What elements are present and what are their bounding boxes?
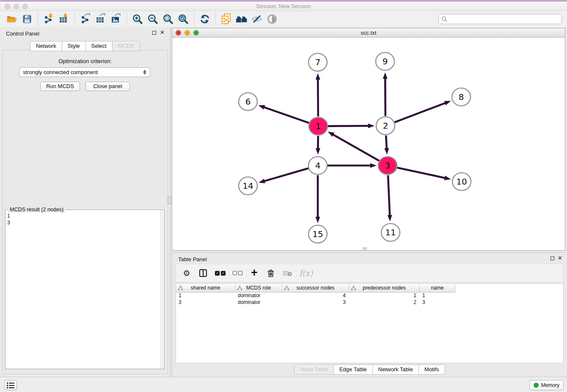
table-cell[interactable]: 1	[176, 293, 235, 299]
table-cell[interactable]: 3	[282, 299, 349, 306]
graph-edge-1-7[interactable]	[318, 79, 318, 116]
zoom-out-button[interactable]	[145, 11, 160, 27]
graph-node-9[interactable]: 9	[376, 52, 394, 70]
graph-node-4[interactable]: 4	[308, 157, 327, 174]
column-header-name[interactable]: name	[420, 284, 455, 293]
graph-node-14[interactable]: 14	[239, 177, 257, 195]
graph-edge-2-9[interactable]	[385, 78, 385, 116]
export-table-icon	[96, 13, 106, 25]
tab-style[interactable]: Style	[62, 41, 86, 51]
mcds-result-group: MCDS result (2 nodes) 13	[5, 210, 165, 369]
export-network-button[interactable]	[78, 11, 93, 27]
zoom-selected-button[interactable]	[176, 11, 191, 27]
table-cell[interactable]: 2	[349, 299, 420, 306]
table-options-button[interactable]: ⚙	[182, 268, 191, 279]
graph-edge-3-10[interactable]	[397, 168, 445, 178]
hide-selected-button[interactable]	[249, 11, 264, 27]
graph-node-3[interactable]: 3	[378, 157, 397, 174]
import-network-icon	[44, 13, 54, 25]
export-table-button[interactable]	[93, 11, 108, 27]
export-image-button[interactable]	[108, 11, 124, 27]
select-all-button[interactable]: ✓ ✓	[215, 268, 226, 279]
canvas-scrollbar-thumb[interactable]	[363, 247, 367, 250]
tab-edge-table[interactable]: Edge Table	[334, 364, 373, 375]
function-builder-button[interactable]: f(x)	[299, 268, 313, 279]
close-table-panel-icon[interactable]: ✕	[558, 255, 562, 261]
open-session-button[interactable]	[4, 11, 19, 27]
mcds-result-list[interactable]: 13	[7, 213, 159, 226]
deselect-all-button[interactable]	[233, 268, 242, 279]
table-cell[interactable]: 3	[176, 299, 235, 306]
tab-motifs[interactable]: Motifs	[419, 364, 445, 375]
clone-network-icon	[221, 14, 231, 25]
panel-splitter-handle[interactable]	[168, 196, 171, 204]
zoom-fit-button[interactable]	[160, 11, 176, 27]
table-cell[interactable]: 3	[420, 299, 455, 306]
open-folder-icon	[7, 15, 17, 23]
column-header-successor-nodes[interactable]: successor nodes	[282, 284, 349, 293]
edge-arrowhead-icon	[444, 101, 451, 105]
refresh-layout-button[interactable]	[197, 11, 212, 27]
network-window-titlebar[interactable]: ✕ − + scc.txt	[172, 28, 565, 38]
tab-network-table[interactable]: Network Table	[373, 364, 419, 375]
checked-box-icon: ✓	[215, 271, 220, 276]
column-type-icon	[237, 286, 242, 290]
tab-select[interactable]: Select	[86, 41, 113, 51]
graph-edge-2-8[interactable]	[395, 103, 446, 122]
graph-edge-3-1[interactable]	[333, 134, 379, 160]
result-scrollbar[interactable]	[160, 210, 164, 368]
delete-table-button[interactable]	[283, 268, 292, 279]
clone-network-button[interactable]	[219, 11, 234, 27]
save-session-button[interactable]	[19, 11, 35, 27]
table-cell[interactable]: dominator	[235, 293, 282, 299]
table-row[interactable]: 1dominator411	[176, 293, 563, 299]
table-cell[interactable]: dominator	[235, 299, 282, 306]
delete-row-button[interactable]	[266, 268, 275, 279]
float-table-panel-icon[interactable]	[550, 257, 554, 260]
graph-node-1[interactable]: 1	[309, 117, 328, 135]
table-row[interactable]: 3dominator323	[176, 299, 563, 306]
first-neighbors-button[interactable]	[234, 11, 249, 27]
column-header-predecessor-nodes[interactable]: predecessor nodes	[349, 284, 420, 293]
search-input[interactable]	[447, 16, 559, 22]
table-cell[interactable]: 1	[420, 293, 455, 299]
graph-node-10[interactable]: 10	[452, 173, 471, 190]
close-panel-button[interactable]: Close panel	[85, 82, 130, 91]
add-row-button[interactable]: +	[250, 268, 259, 279]
network-canvas[interactable]: 7968124314101511	[172, 38, 565, 250]
column-header-shared-name[interactable]: shared name	[176, 284, 235, 293]
columns-icon	[199, 269, 207, 277]
graph-node-6[interactable]: 6	[239, 93, 257, 110]
application-window: Session: New Session	[0, 0, 567, 392]
houses-icon	[236, 15, 248, 23]
tab-mcds[interactable]: MCDS	[113, 41, 140, 51]
graph-node-11[interactable]: 11	[381, 224, 400, 241]
graph-edge-3-11[interactable]	[388, 175, 390, 216]
column-header-MCDS-role[interactable]: MCDS role	[235, 284, 282, 293]
close-panel-icon[interactable]: ✕	[160, 29, 165, 36]
table-cell[interactable]: 4	[282, 293, 349, 299]
graph-node-7[interactable]: 7	[308, 53, 327, 71]
window-title: Session: New Session	[0, 3, 567, 9]
graph-edge-2-3[interactable]	[386, 135, 387, 149]
graph-node-2[interactable]: 2	[376, 117, 395, 135]
float-panel-icon[interactable]	[152, 31, 156, 35]
zoom-in-button[interactable]	[130, 11, 145, 27]
graph-node-8[interactable]: 8	[452, 88, 471, 106]
run-mcds-button[interactable]: Run MCDS	[40, 82, 80, 91]
graph-node-15[interactable]: 15	[308, 225, 327, 243]
import-table-button[interactable]	[56, 11, 72, 27]
criterion-select[interactable]: strongly connected component	[19, 67, 150, 77]
show-all-button[interactable]	[264, 11, 280, 27]
task-history-button[interactable]	[4, 380, 17, 390]
graph-edge-1-6[interactable]	[264, 107, 309, 123]
table-cell[interactable]: 1	[349, 293, 420, 299]
show-column-button[interactable]	[198, 268, 208, 279]
import-network-button[interactable]	[41, 11, 56, 27]
tab-node-table[interactable]: Node Table	[294, 364, 334, 375]
tab-network[interactable]: Network	[30, 41, 62, 51]
memory-button[interactable]: Memory	[529, 380, 564, 390]
svg-text:11: 11	[385, 227, 396, 237]
graph-edge-4-14[interactable]	[264, 168, 308, 181]
graph-edge-1-2[interactable]	[328, 126, 369, 126]
